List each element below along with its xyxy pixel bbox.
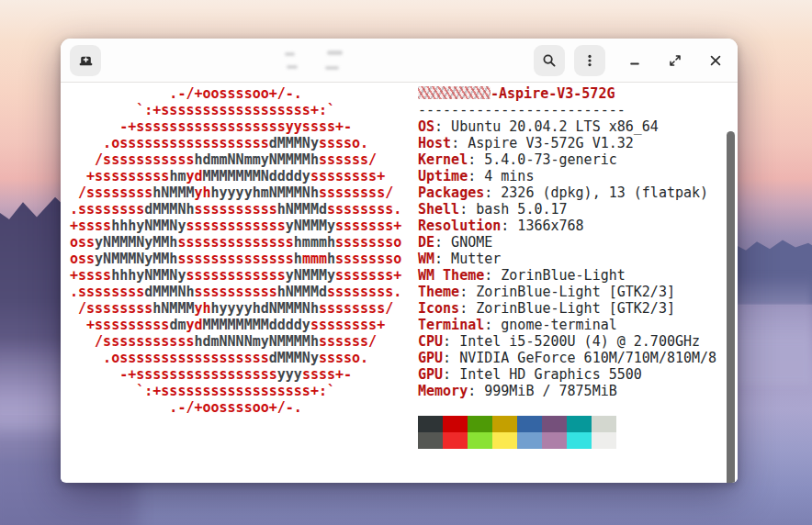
restore-button[interactable]: [662, 48, 688, 73]
info-row: GPU: Intel HD Graphics 5500: [418, 366, 716, 383]
ascii-line: .ossssssssssssssssssdMMMNysssso.: [70, 135, 401, 151]
ascii-line: /sssssssshNMMMyhhyyyyhdNMMMNhssssssss/: [70, 300, 401, 317]
terminal-content[interactable]: .-/+oossssoo+/-. `:+ssssssssssssssssss+:…: [61, 83, 738, 482]
palette-swatch: [468, 432, 492, 449]
info-row: OS: Ubuntu 20.04.2 LTS x86_64: [418, 118, 716, 135]
info-row: Memory: 999MiB / 7875MiB: [418, 383, 716, 399]
info-row: Uptime: 4 mins: [418, 168, 716, 184]
title-redaction-smudge: [287, 65, 298, 69]
ascii-line: ossyNMMMNyMMhsssssssssssssshmmmhssssssso: [70, 251, 401, 267]
title-redaction-smudge: [325, 66, 339, 70]
info-row: Resolution: 1366x768: [418, 218, 716, 234]
palette-swatch: [592, 416, 616, 432]
neofetch-ascii-logo: .-/+oossssoo+/-. `:+ssssssssssssssssss+:…: [70, 85, 401, 416]
info-row: Shell: bash 5.0.17: [418, 201, 716, 218]
restore-icon: [668, 53, 682, 68]
blank-line: [418, 399, 716, 416]
menu-button[interactable]: [574, 45, 605, 76]
palette-swatch: [517, 416, 542, 432]
neofetch-info-rows: OS: Ubuntu 20.04.2 LTS x86_64Host: Aspir…: [418, 118, 716, 399]
ascii-line: -+sssssssssssssssssyyyssss+-: [70, 366, 401, 383]
ascii-line: /ssssssssssshdmmNNmmyNMMMMhssssss/: [70, 151, 401, 168]
palette-swatch: [567, 432, 592, 449]
info-row: Terminal: gnome-terminal: [418, 317, 716, 333]
palette-swatch: [443, 416, 468, 432]
close-button[interactable]: [703, 48, 728, 73]
ascii-line: .-/+oossssoo+/-.: [70, 85, 401, 102]
palette-row-normal: [418, 416, 716, 432]
ascii-line: +sssssssssdmydMMMMMMMMddddyssssssss+: [70, 317, 401, 333]
window-title: [272, 46, 456, 75]
minimize-button[interactable]: [622, 48, 648, 73]
info-row: Icons: ZorinBlue-Light [GTK2/3]: [418, 300, 716, 317]
palette-swatch: [492, 432, 517, 449]
search-icon: [542, 53, 557, 68]
info-row: WM Theme: ZorinBlue-Light: [418, 267, 716, 284]
new-tab-icon: [78, 52, 94, 68]
info-row: GPU: NVIDIA GeForce 610M/710M/810M/8: [418, 350, 716, 366]
ascii-line: `:+ssssssssssssssssss+:`: [70, 383, 401, 399]
minimize-icon: [627, 53, 642, 68]
info-row: CPU: Intel i5-5200U (4) @ 2.700GHz: [418, 333, 716, 350]
palette-swatch: [517, 432, 542, 449]
palette-swatch: [567, 416, 592, 432]
search-button[interactable]: [534, 45, 565, 76]
palette-swatch: [443, 432, 468, 449]
info-row: WM: Mutter: [418, 251, 716, 267]
terminal-window: .-/+oossssoo+/-. `:+ssssssssssssssssss+:…: [61, 39, 738, 483]
palette-swatch: [418, 432, 443, 449]
palette-swatch: [492, 416, 517, 432]
palette-swatch: [592, 432, 616, 449]
ascii-line: .ssssssssdMMMNhsssssssssshNMMMdssssssss.: [70, 284, 401, 300]
headerbar: [61, 39, 738, 83]
ascii-line: /ssssssssssshdmNNNNmyNMMMMhssssss/: [70, 333, 401, 350]
palette-row-bright: [418, 432, 716, 449]
ascii-line: .ossssssssssssssssssdMMMNysssso.: [70, 350, 401, 366]
redacted-username: [418, 86, 491, 99]
info-row: Theme: ZorinBlue-Light [GTK2/3]: [418, 284, 716, 300]
neofetch-title-line: -Aspire-V3-572G: [418, 85, 716, 102]
ascii-line: .-/+oossssoo+/-.: [70, 399, 401, 416]
info-row: DE: GNOME: [418, 234, 716, 251]
hostname-text: -Aspire-V3-572G: [491, 85, 615, 102]
ascii-line: /sssssssshNMMMyhhyyyyhmNMMMNhssssssss/: [70, 184, 401, 201]
info-row: Kernel: 5.4.0-73-generic: [418, 151, 716, 168]
mist-right: [729, 275, 812, 385]
palette-swatch: [418, 416, 443, 432]
title-redaction-smudge: [285, 52, 295, 56]
palette-swatch: [468, 416, 492, 432]
ascii-line: +ssssssssshmydMMMMMMMNddddyssssssss+: [70, 168, 401, 184]
ascii-line: ossyNMMMNyMMhsssssssssssssshmmmhssssssso: [70, 234, 401, 251]
ascii-line: +sssshhhyNMMNyssssssssssssyNMMMysssssss+: [70, 218, 401, 234]
palette-swatch: [542, 416, 567, 432]
palette-swatch: [542, 432, 567, 449]
ascii-line: `:+ssssssssssssssssss+:`: [70, 102, 401, 118]
new-tab-button[interactable]: [70, 45, 101, 76]
title-redaction-smudge: [327, 50, 343, 55]
scrollbar-thumb[interactable]: [727, 131, 735, 483]
info-row: Packages: 2326 (dpkg), 13 (flatpak): [418, 184, 716, 201]
ascii-line: .ssssssssdMMMNhsssssssssshNMMMdssssssss.: [70, 201, 401, 218]
neofetch-info: -Aspire-V3-572G ------------------------…: [418, 85, 716, 449]
info-row: Host: Aspire V3-572G V1.32: [418, 135, 716, 151]
neofetch-separator: -------------------------: [418, 102, 716, 118]
kebab-menu-icon: [582, 53, 597, 68]
close-icon: [708, 53, 723, 68]
ascii-line: -+ssssssssssssssssssyyssss+-: [70, 118, 401, 135]
ascii-line: +sssshhhyNMMNyssssssssssssyNMMMysssssss+: [70, 267, 401, 284]
